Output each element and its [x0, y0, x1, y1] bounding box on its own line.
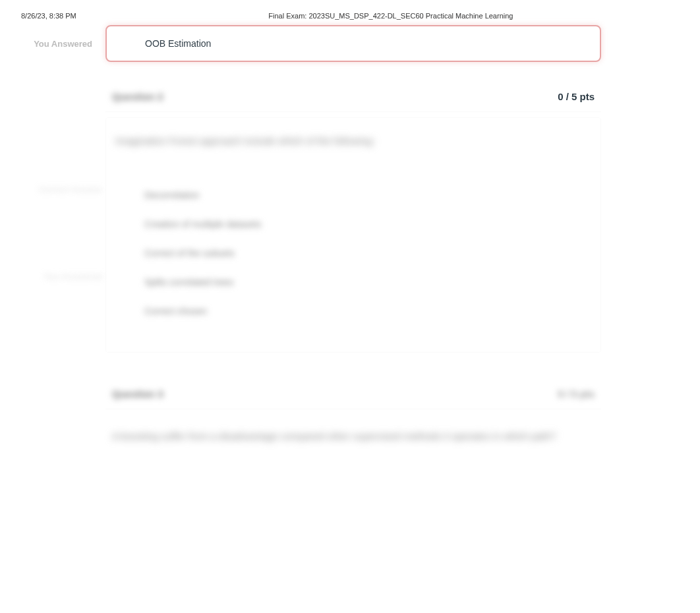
correct-answer-indicator: Correct Answer	[10, 185, 102, 194]
question-3-label: Question 3	[112, 388, 163, 399]
question-2-block: Question 2 0 / 5 pts Imagination Forest …	[0, 82, 700, 353]
page-header: 8/26/23, 8:38 PM Final Exam: 2023SU_MS_D…	[0, 0, 700, 25]
question-2-body: Imagination Forest approach include whic…	[105, 117, 601, 353]
answer-box-container: OOB Estimation	[105, 25, 601, 62]
question-2-header: Question 2 0 / 5 pts	[105, 82, 601, 112]
question-2-points: 0 / 5 pts	[558, 91, 595, 102]
question-2-prompt: Imagination Forest approach include whic…	[115, 134, 591, 148]
print-timestamp: 8/26/23, 8:38 PM	[21, 12, 76, 20]
you-answered-indicator: You Answered	[10, 272, 102, 281]
option-2: Creation of multiple datasets	[115, 210, 591, 239]
option-3: Correct of the subsets	[115, 239, 591, 268]
prev-question-answer-row: You Answered OOB Estimation	[0, 25, 700, 62]
option-5: Correct chosen	[115, 297, 591, 326]
question-2-label: Question 2	[112, 91, 163, 102]
question-3-prompt: A boosting suffer from a disadvantage co…	[105, 419, 601, 454]
exam-title: Final Exam: 2023SU_MS_DSP_422-DL_SEC60 P…	[156, 12, 626, 20]
selected-answer: OOB Estimation	[105, 25, 601, 62]
question-3-points: 5 / 5 pts	[558, 388, 595, 399]
option-4: Splits correlated trees	[115, 268, 591, 297]
question-3-block: Question 3 5 / 5 pts A boosting suffer f…	[0, 379, 700, 454]
question-3-header: Question 3 5 / 5 pts	[105, 379, 601, 409]
you-answered-label: You Answered	[0, 39, 105, 49]
content-area: You Answered OOB Estimation Question 2 0…	[0, 25, 700, 454]
option-1: Decorrelation	[115, 181, 591, 210]
